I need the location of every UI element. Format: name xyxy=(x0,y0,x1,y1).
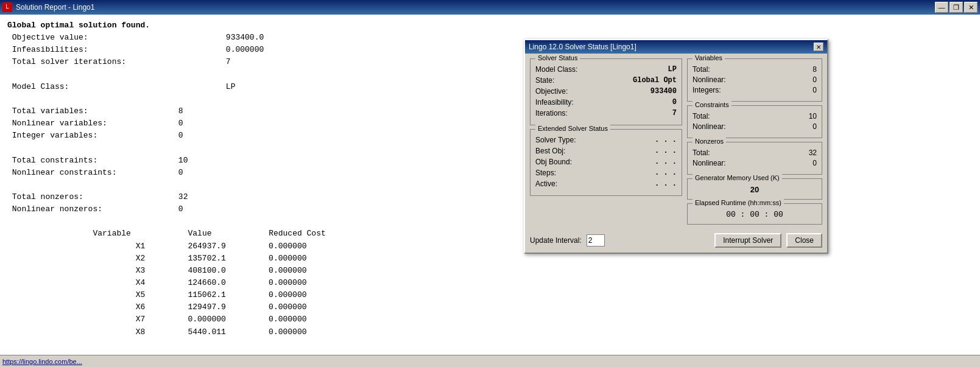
report-total-nonzeros-value: 32 xyxy=(178,192,188,201)
obj-bound-value: . . . xyxy=(655,158,677,166)
constraints-total-label: Total: xyxy=(693,112,710,121)
report-nonlinear-constraints-label: Nonlinear constraints: xyxy=(7,168,178,177)
active-row: Active: . . . xyxy=(535,180,677,188)
elapsed-runtime-group-title: Elapsed Runtime (hh:mm:ss) xyxy=(693,199,784,206)
nonzeros-total-row: Total: 32 xyxy=(693,149,817,157)
report-objective-value: 933400.0 xyxy=(226,33,264,42)
iterations-value: 7 xyxy=(672,109,677,117)
solution-report: Global optimal solution found. Objective… xyxy=(0,15,980,343)
steps-row: Steps: . . . xyxy=(535,169,677,177)
vars-total-row: Total: 8 xyxy=(693,65,817,74)
vars-integers-label: Integers: xyxy=(693,86,721,94)
best-obj-row: Best Obj: . . . xyxy=(535,147,677,155)
infeasibility-value: 0 xyxy=(672,98,677,107)
infeasibility-row: Infeasibility: 0 xyxy=(535,98,677,107)
interrupt-solver-button[interactable]: Interrupt Solver xyxy=(714,233,781,248)
vars-integers-row: Integers: 0 xyxy=(693,86,817,94)
table-row-x1-var: X1 xyxy=(136,242,146,251)
table-row-x2-value: 135702.1 xyxy=(188,254,225,263)
generator-memory-group-title: Generator Memory Used (K) xyxy=(693,174,782,181)
solver-type-label: Solver Type: xyxy=(535,136,576,144)
table-row-x4-var: X4 xyxy=(136,278,146,287)
nonzeros-total-value: 32 xyxy=(809,149,817,157)
update-interval-input[interactable] xyxy=(587,234,605,246)
dialog-close-icon[interactable]: ✕ xyxy=(814,43,823,51)
app-icon: L xyxy=(2,2,12,12)
table-row-x7-var: X7 xyxy=(136,315,146,324)
objective-value: 933400 xyxy=(650,87,677,96)
nonzeros-group: Nonzeros Total: 32 Nonlinear: 0 xyxy=(687,142,822,175)
table-row-x1-value: 264937.9 xyxy=(188,242,225,251)
report-model-class-label: Model Class: xyxy=(7,82,226,91)
active-label: Active: xyxy=(535,180,557,188)
solver-type-row: Solver Type: . . . xyxy=(535,136,677,144)
elapsed-runtime-group: Elapsed Runtime (hh:mm:ss) 00 : 00 : 00 xyxy=(687,203,822,225)
table-row-x3-var: X3 xyxy=(136,266,146,275)
report-infeasibilities-label: Infeasibilities: xyxy=(7,45,226,54)
table-row-x8-cost: 0.000000 xyxy=(269,327,306,337)
constraints-nonlinear-row: Nonlinear: 0 xyxy=(693,122,817,131)
nonzeros-total-label: Total: xyxy=(693,149,710,157)
minimize-button[interactable]: — xyxy=(935,2,948,13)
report-total-vars-label: Total variables: xyxy=(7,107,178,116)
left-column: Solver Status Model Class: LP State: Glo… xyxy=(530,58,682,228)
table-row-x5-var: X5 xyxy=(136,290,146,299)
vars-total-value: 8 xyxy=(813,65,817,74)
generator-memory-group: Generator Memory Used (K) 20 xyxy=(687,178,822,200)
window-title: Solution Report - Lingo1 xyxy=(16,3,935,12)
right-column: Variables Total: 8 Nonlinear: 0 xyxy=(687,58,822,228)
iterations-label: Iterations: xyxy=(535,109,568,117)
constraints-total-value: 10 xyxy=(809,112,817,121)
report-objective-label: Objective value: xyxy=(7,33,226,42)
table-row-x5-cost: 0.000000 xyxy=(269,290,306,299)
table-row-x8-var: X8 xyxy=(136,327,146,337)
vars-integers-value: 0 xyxy=(813,86,817,94)
report-total-constraints-label: Total constraints: xyxy=(7,156,178,165)
elapsed-runtime-value: 00 : 00 : 00 xyxy=(726,210,783,219)
window-controls: — ❐ ✕ xyxy=(935,2,978,13)
window-close-button[interactable]: ✕ xyxy=(964,2,978,13)
report-integer-vars-label: Integer variables: xyxy=(7,131,178,140)
restore-button[interactable]: ❐ xyxy=(950,2,963,13)
objective-row: Objective: 933400 xyxy=(535,87,677,96)
best-obj-value: . . . xyxy=(655,147,677,155)
report-nonlinear-vars-value: 0 xyxy=(178,119,183,128)
main-content: Global optimal solution found. Objective… xyxy=(0,15,980,367)
table-row-x4-value: 124660.0 xyxy=(188,278,225,287)
report-total-nonzeros-label: Total nonzeros: xyxy=(7,192,178,201)
steps-value: . . . xyxy=(655,169,677,177)
report-total-vars-value: 8 xyxy=(178,107,183,116)
report-iterations-value: 7 xyxy=(226,57,231,66)
solver-status-group-title: Solver Status xyxy=(535,54,580,61)
objective-label: Objective: xyxy=(535,87,568,96)
table-row-x7-cost: 0.000000 xyxy=(269,315,306,324)
constraints-group-title: Constraints xyxy=(693,101,731,108)
vars-nonlinear-value: 0 xyxy=(813,75,817,84)
generator-memory-value: 20 xyxy=(750,185,759,194)
table-header-value: Value xyxy=(188,229,211,238)
nonzeros-nonlinear-row: Nonlinear: 0 xyxy=(693,159,817,167)
table-row-x3-value: 408100.0 xyxy=(188,266,225,275)
table-row-x7-value: 0.000000 xyxy=(188,315,225,324)
report-nonlinear-constraints-value: 0 xyxy=(178,168,183,177)
report-total-constraints-value: 10 xyxy=(178,156,188,165)
table-row-x1-cost: 0.000000 xyxy=(269,242,306,251)
dialog-title-bar: Lingo 12.0 Solver Status [Lingo1] ✕ xyxy=(525,40,827,54)
report-infeasibilities-value: 0.000000 xyxy=(226,45,264,54)
state-row: State: Global Opt xyxy=(535,76,677,85)
table-row-x4-cost: 0.000000 xyxy=(269,278,306,287)
report-integer-vars-value: 0 xyxy=(178,131,183,140)
table-row-x8-value: 5440.011 xyxy=(188,327,225,337)
obj-bound-row: Obj Bound: . . . xyxy=(535,158,677,166)
constraints-nonlinear-label: Nonlinear: xyxy=(693,122,726,131)
report-iterations-label: Total solver iterations: xyxy=(7,57,226,66)
model-class-label: Model Class: xyxy=(535,65,577,74)
table-row-x2-cost: 0.000000 xyxy=(269,254,306,263)
close-dialog-button[interactable]: Close xyxy=(786,233,822,248)
status-bar: https://lingo.lindo.com/be... xyxy=(0,355,980,367)
update-interval-label: Update Interval: xyxy=(530,236,582,245)
table-row-x3-cost: 0.000000 xyxy=(269,266,306,275)
report-nonlinear-nonzeros-label: Nonlinear nonzeros: xyxy=(7,204,178,214)
report-nonlinear-vars-label: Nonlinear variables: xyxy=(7,119,178,128)
vars-total-label: Total: xyxy=(693,65,710,74)
